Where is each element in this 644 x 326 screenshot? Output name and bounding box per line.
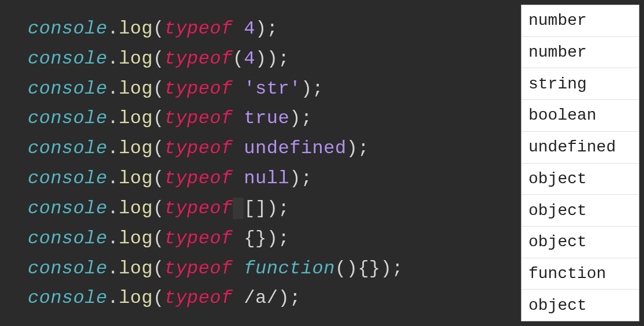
code-token: ( — [153, 198, 165, 219]
code-token: console — [28, 198, 107, 219]
code-token: ) — [301, 78, 312, 99]
output-row: boolean — [522, 100, 639, 132]
code-line[interactable]: console.log(typeof true); — [28, 103, 521, 134]
code-token: ( — [153, 48, 165, 69]
code-token: ; — [278, 198, 289, 219]
code-token: ) — [267, 198, 278, 219]
code-token: console — [28, 18, 107, 39]
code-token — [233, 108, 244, 129]
output-row: number — [522, 5, 639, 37]
code-token: . — [107, 228, 119, 249]
code-token: ) — [255, 48, 267, 69]
code-token — [233, 18, 244, 39]
code-token: typeof — [164, 228, 232, 249]
code-token: ) — [381, 258, 392, 279]
code-token: function — [244, 258, 335, 279]
code-token: . — [107, 258, 119, 279]
code-token: ; — [278, 48, 289, 69]
code-token: ; — [289, 287, 301, 309]
code-token: typeof — [164, 198, 232, 219]
code-line[interactable]: console.log(typeof {}); — [28, 224, 521, 254]
code-token: ) — [267, 228, 278, 249]
code-token: log — [119, 108, 153, 129]
code-token: ) — [347, 138, 358, 159]
code-token: ; — [358, 138, 369, 159]
code-editor-pane[interactable]: console.log(typeof 4);console.log(typeof… — [0, 0, 521, 326]
code-token: ) — [255, 18, 267, 39]
code-token: ( — [153, 228, 165, 249]
output-row: string — [522, 68, 639, 100]
code-token: log — [119, 168, 153, 189]
code-token: typeof — [164, 48, 232, 69]
code-token: undefined — [244, 138, 346, 159]
code-token: typeof — [164, 18, 232, 39]
output-row: object — [522, 227, 639, 258]
code-token: 'str' — [244, 78, 301, 99]
output-row: object — [522, 164, 639, 195]
output-row: object — [522, 195, 639, 227]
code-token: typeof — [164, 78, 232, 99]
code-line[interactable]: console.log(typeof 4); — [28, 14, 521, 44]
code-token: ( — [153, 78, 165, 99]
code-line[interactable]: console.log(typeof function(){}); — [28, 254, 521, 284]
code-token: ; — [278, 228, 289, 249]
code-token — [233, 198, 244, 219]
code-token: {} — [244, 228, 266, 249]
code-token: typeof — [164, 138, 232, 159]
code-token: typeof — [164, 168, 232, 189]
code-token: ( — [153, 18, 165, 39]
code-token: log — [119, 258, 153, 279]
code-token: /a/ — [244, 287, 278, 309]
code-line[interactable]: console.log(typeof 'str'); — [28, 74, 521, 104]
code-token: typeof — [164, 258, 232, 279]
code-token: console — [28, 108, 107, 129]
code-token: ; — [267, 18, 278, 39]
code-token — [233, 78, 244, 99]
code-token — [233, 138, 244, 159]
code-token: . — [107, 48, 119, 69]
code-line[interactable]: console.log(typeof(4)); — [28, 44, 521, 74]
code-token: null — [244, 168, 289, 189]
output-row: object — [522, 290, 639, 321]
code-token: typeof — [164, 108, 232, 129]
code-token: ) — [267, 48, 278, 69]
code-token: ) — [289, 108, 301, 129]
console-output-pane: numbernumberstringbooleanundefinedobject… — [521, 5, 639, 321]
code-token: . — [107, 287, 119, 309]
code-token: log — [119, 18, 153, 39]
code-line[interactable]: console.log(typeof []); — [28, 194, 521, 224]
code-token: ) — [289, 168, 301, 189]
code-token: ( — [153, 108, 165, 129]
code-token: console — [28, 228, 107, 249]
code-token: ( — [153, 168, 165, 189]
code-token: log — [119, 48, 153, 69]
code-token: ( — [153, 138, 165, 159]
code-token: ; — [301, 168, 312, 189]
code-line[interactable]: console.log(typeof /a/); — [28, 283, 521, 313]
code-token: [] — [244, 198, 266, 219]
code-token: {} — [358, 258, 380, 279]
code-line[interactable]: console.log(typeof null); — [28, 164, 521, 194]
code-token — [233, 287, 244, 309]
code-token: console — [28, 258, 107, 279]
code-token: ) — [278, 287, 289, 309]
code-token: . — [107, 198, 119, 219]
output-row: function — [522, 258, 639, 290]
code-line[interactable]: console.log(typeof undefined); — [28, 134, 521, 164]
output-row: undefined — [522, 132, 639, 164]
output-row: number — [522, 37, 639, 69]
code-token: 4 — [244, 48, 255, 69]
code-token: 4 — [244, 18, 255, 39]
code-token: log — [119, 287, 153, 309]
code-token: console — [28, 168, 107, 189]
code-token — [233, 258, 244, 279]
code-token: . — [107, 168, 119, 189]
code-token: ; — [301, 108, 312, 129]
code-token: log — [119, 228, 153, 249]
code-token: ( — [233, 48, 244, 69]
code-token: log — [119, 78, 153, 99]
code-token: log — [119, 198, 153, 219]
code-token: ; — [312, 78, 324, 99]
code-token: () — [335, 258, 358, 279]
code-token: ; — [392, 258, 404, 279]
